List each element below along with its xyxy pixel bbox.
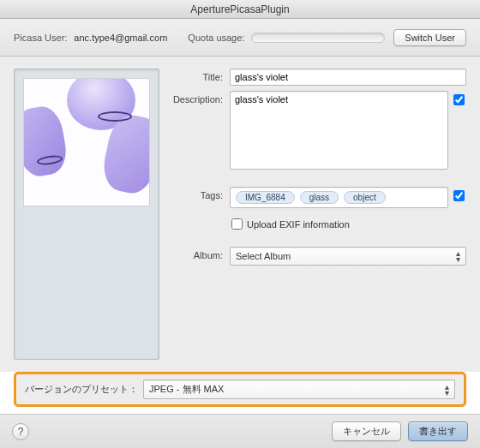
help-icon: ?	[18, 426, 24, 438]
window-title: AperturePicasaPlugin	[190, 3, 289, 15]
tags-apply-checkbox[interactable]	[453, 190, 465, 201]
album-label: Album:	[166, 247, 230, 260]
header-bar: Picasa User: anc.type4@gmail.com Quota u…	[0, 19, 480, 57]
preview-column	[14, 69, 159, 363]
version-preset-highlight: バージョンのプリセット： JPEG - 無料 MAX ▴▾	[14, 372, 466, 407]
album-select[interactable]: Select Album ▴▾	[230, 247, 466, 266]
upload-exif-row[interactable]: Upload EXIF information	[230, 218, 350, 230]
footer-bar: ? キャンセル 書き出す	[0, 414, 480, 448]
description-label: Description:	[166, 91, 230, 105]
description-apply-checkbox[interactable]	[453, 94, 465, 105]
version-preset-value: JPEG - 無料 MAX	[149, 383, 224, 396]
cancel-button[interactable]: キャンセル	[332, 421, 401, 441]
upload-exif-label: Upload EXIF information	[247, 219, 350, 230]
form-column: Title: Description: glass's violet Tags:	[166, 69, 466, 363]
tag-token[interactable]: IMG_6884	[236, 191, 295, 204]
upload-exif-checkbox[interactable]	[231, 218, 243, 230]
picasa-user-label: Picasa User:	[14, 33, 67, 43]
switch-user-button[interactable]: Switch User	[393, 29, 466, 46]
quota-usage-label: Quota usage:	[188, 33, 244, 43]
tag-token[interactable]: glass	[300, 191, 339, 204]
album-selected-value: Select Album	[236, 251, 291, 261]
tags-input[interactable]: IMG_6884 glass object	[230, 187, 448, 208]
help-button[interactable]: ?	[12, 423, 29, 440]
description-textarea[interactable]: glass's violet	[230, 91, 448, 170]
titlebar: AperturePicasaPlugin	[0, 0, 480, 19]
tag-token[interactable]: object	[344, 191, 386, 204]
version-preset-select[interactable]: JPEG - 無料 MAX ▴▾	[143, 379, 455, 399]
preview-thumbnail[interactable]	[23, 78, 150, 206]
title-label: Title:	[166, 69, 230, 82]
chevron-up-down-icon: ▴▾	[445, 384, 449, 396]
image-preview-list[interactable]	[14, 69, 159, 360]
quota-usage-bar	[251, 33, 385, 43]
version-preset-label: バージョンのプリセット：	[25, 383, 138, 396]
title-input[interactable]	[230, 69, 466, 86]
export-button[interactable]: 書き出す	[408, 421, 468, 441]
tags-label: Tags:	[166, 187, 230, 200]
content-area: Title: Description: glass's violet Tags:	[0, 57, 480, 372]
chevron-up-down-icon: ▴▾	[456, 250, 460, 262]
picasa-user-email: anc.type4@gmail.com	[74, 33, 167, 43]
